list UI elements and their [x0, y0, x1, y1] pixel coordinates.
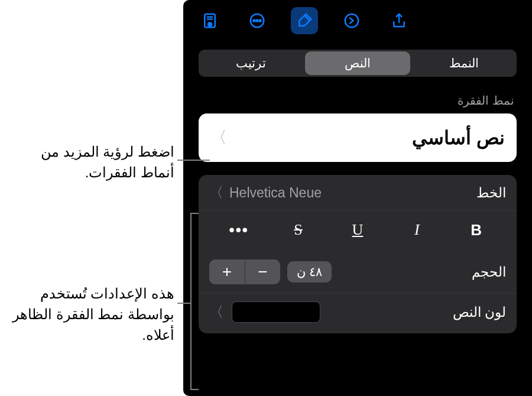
font-label: الخط [476, 185, 506, 201]
tab-text[interactable]: النص [305, 51, 410, 75]
size-row: + − ٤٨ ن الحجم [199, 251, 517, 293]
font-value: Helvetica Neue [229, 185, 322, 201]
callout-leader [177, 160, 210, 161]
chevron-left-icon: 〈 [209, 303, 223, 322]
format-brush-icon[interactable] [291, 7, 318, 34]
svg-point-7 [209, 24, 210, 25]
document-view-icon[interactable] [196, 7, 223, 34]
strikethrough-button[interactable]: S [281, 217, 316, 243]
callout-leader [177, 303, 190, 304]
chevron-left-icon: 〈 [210, 126, 227, 149]
svg-point-2 [254, 20, 255, 22]
text-style-row: ••• S U I B [199, 210, 517, 251]
callout-leader [190, 213, 199, 214]
size-label: الحجم [472, 264, 506, 280]
text-color-label: لون النص [453, 304, 506, 320]
svg-point-0 [345, 14, 359, 28]
text-color-row[interactable]: 〈 لون النص [199, 293, 517, 331]
paragraph-style-heading: نمط الفقرة [183, 77, 532, 113]
more-text-options-button[interactable]: ••• [221, 217, 257, 243]
text-color-swatch[interactable] [232, 301, 320, 323]
size-increase-button[interactable]: + [209, 259, 245, 284]
underline-button[interactable]: U [340, 217, 375, 243]
more-icon[interactable] [244, 7, 271, 34]
paragraph-style-value: نص أساسي [412, 126, 505, 149]
size-value[interactable]: ٤٨ ن [287, 261, 332, 283]
callout-paragraph-styles: اضغط لرؤية المزيد من أنماط الفقرات. [12, 142, 174, 183]
chevron-left-icon: 〈 [209, 183, 223, 202]
size-stepper: + − [209, 259, 280, 284]
tab-arrange[interactable]: ترتيب [199, 50, 303, 77]
size-decrease-button[interactable]: − [245, 259, 280, 284]
top-toolbar [183, 0, 532, 41]
text-options-panel: 〈 Helvetica Neue الخط ••• S U I B + − ٤٨… [199, 175, 517, 333]
svg-point-4 [259, 20, 261, 22]
tab-style[interactable]: النمط [412, 50, 517, 77]
paragraph-style-selector[interactable]: 〈 نص أساسي [199, 113, 517, 162]
callout-leader [190, 213, 192, 390]
bold-button[interactable]: B [459, 217, 494, 243]
share-icon[interactable] [385, 7, 413, 34]
italic-button[interactable]: I [399, 217, 434, 243]
callout-leader [190, 389, 199, 390]
svg-point-3 [257, 20, 258, 22]
callout-settings-note: هذه الإعدادات تُستخدم بواسطة نمط الفقرة … [0, 284, 174, 345]
redo-icon[interactable] [338, 7, 365, 34]
font-row[interactable]: 〈 Helvetica Neue الخط [199, 175, 517, 210]
inspector-panel: ترتيب النص النمط نمط الفقرة 〈 نص أساسي 〈… [183, 0, 532, 396]
format-tabs: ترتيب النص النمط [183, 41, 532, 77]
